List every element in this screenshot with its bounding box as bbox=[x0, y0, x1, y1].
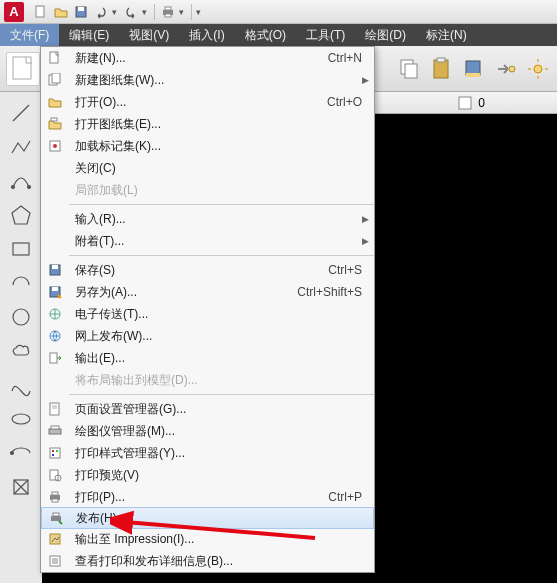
ribbon-paste-icon[interactable] bbox=[429, 56, 455, 82]
polyline-tool[interactable] bbox=[4, 130, 38, 163]
svg-rect-31 bbox=[52, 73, 60, 83]
qat-print-icon[interactable] bbox=[159, 3, 177, 21]
menu-item-label: 新建图纸集(W)... bbox=[69, 72, 362, 89]
file-menu-item-8[interactable]: 输入(R)...▶ bbox=[41, 208, 374, 230]
svg-point-21 bbox=[12, 185, 15, 188]
menu-item-label: 加载标记集(K)... bbox=[69, 138, 374, 155]
qat-open-icon[interactable] bbox=[52, 3, 70, 21]
spline-tool[interactable] bbox=[4, 368, 38, 401]
file-menu-item-12[interactable]: 另存为(A)...Ctrl+Shift+S bbox=[41, 281, 374, 303]
svg-rect-19 bbox=[459, 97, 471, 109]
file-menu-item-1[interactable]: 新建图纸集(W)...▶ bbox=[41, 69, 374, 91]
arc-tool[interactable] bbox=[4, 164, 38, 197]
file-menu-item-24[interactable]: 输出至 Impression(I)... bbox=[41, 528, 374, 550]
menu-5[interactable]: 工具(T) bbox=[296, 24, 355, 46]
menu-4[interactable]: 格式(O) bbox=[235, 24, 296, 46]
menu-item-label: 页面设置管理器(G)... bbox=[69, 401, 374, 418]
load-markup-icon bbox=[41, 139, 69, 153]
svg-marker-23 bbox=[12, 206, 30, 224]
menu-item-label: 打印样式管理器(Y)... bbox=[69, 445, 374, 462]
file-menu-item-19[interactable]: 绘图仪管理器(M)... bbox=[41, 420, 374, 442]
ellipse-tool[interactable] bbox=[4, 402, 38, 435]
svg-point-22 bbox=[28, 185, 31, 188]
qat-customize-dropdown[interactable]: ▾ bbox=[196, 7, 204, 17]
svg-rect-5 bbox=[165, 14, 171, 17]
qat-print-dropdown[interactable]: ▾ bbox=[179, 7, 187, 17]
file-menu-item-3[interactable]: 打开图纸集(E)... bbox=[41, 113, 374, 135]
menu-item-label: 保存(S) bbox=[69, 262, 328, 279]
menu-item-label: 打开(O)... bbox=[69, 94, 327, 111]
etransmit-icon bbox=[41, 307, 69, 321]
svg-line-20 bbox=[13, 105, 29, 121]
menu-2[interactable]: 视图(V) bbox=[119, 24, 179, 46]
file-menu-item-22[interactable]: 打印(P)...Ctrl+P bbox=[41, 486, 374, 508]
qat-undo-icon[interactable] bbox=[92, 3, 110, 21]
svg-point-25 bbox=[13, 309, 29, 325]
qat-redo-icon[interactable] bbox=[122, 3, 140, 21]
menu-0[interactable]: 文件(F) bbox=[0, 24, 59, 46]
menu-item-label: 输出至 Impression(I)... bbox=[69, 531, 374, 548]
svg-point-13 bbox=[509, 66, 515, 72]
ellipse-arc-tool[interactable] bbox=[4, 436, 38, 469]
svg-rect-50 bbox=[52, 454, 54, 456]
menu-item-label: 发布(H)... bbox=[70, 510, 373, 527]
file-menu-item-18[interactable]: 页面设置管理器(G)... bbox=[41, 398, 374, 420]
menu-7[interactable]: 标注(N) bbox=[416, 24, 477, 46]
menu-item-shortcut: Ctrl+Shift+S bbox=[297, 285, 374, 299]
svg-point-14 bbox=[534, 65, 542, 73]
circle-arc-tool[interactable] bbox=[4, 266, 38, 299]
revision-cloud-tool[interactable] bbox=[4, 334, 38, 367]
menu-item-label: 网上发布(W)... bbox=[69, 328, 374, 345]
web-publish-icon bbox=[41, 329, 69, 343]
menu-6[interactable]: 绘图(D) bbox=[355, 24, 416, 46]
qat-redo-dropdown[interactable]: ▾ bbox=[142, 7, 150, 17]
export-icon bbox=[41, 351, 69, 365]
qat-undo-dropdown[interactable]: ▾ bbox=[112, 7, 120, 17]
file-menu-item-4[interactable]: 加载标记集(K)... bbox=[41, 135, 374, 157]
qat-new-icon[interactable] bbox=[32, 3, 50, 21]
file-menu-item-16: 将布局输出到模型(D)... bbox=[41, 369, 374, 391]
file-menu-item-20[interactable]: 打印样式管理器(Y)... bbox=[41, 442, 374, 464]
ribbon-highlight-icon[interactable] bbox=[461, 56, 487, 82]
view-details-icon bbox=[41, 554, 69, 568]
svg-rect-54 bbox=[52, 492, 58, 495]
menu-item-label: 附着(T)... bbox=[69, 233, 362, 250]
svg-rect-32 bbox=[51, 118, 57, 121]
file-menu-item-13[interactable]: 电子传送(T)... bbox=[41, 303, 374, 325]
menu-1[interactable]: 编辑(E) bbox=[59, 24, 119, 46]
ribbon-new-button[interactable] bbox=[6, 52, 40, 86]
svg-rect-36 bbox=[52, 265, 58, 269]
file-menu-item-0[interactable]: 新建(N)...Ctrl+N bbox=[41, 47, 374, 69]
file-menu-item-21[interactable]: 打印预览(V) bbox=[41, 464, 374, 486]
qat-save-icon[interactable] bbox=[72, 3, 90, 21]
file-menu-item-14[interactable]: 网上发布(W)... bbox=[41, 325, 374, 347]
menubar: 文件(F)编辑(E)视图(V)插入(I)格式(O)工具(T)绘图(D)标注(N) bbox=[0, 24, 557, 46]
menu-item-label: 电子传送(T)... bbox=[69, 306, 374, 323]
file-menu-item-5[interactable]: 关闭(C) bbox=[41, 157, 374, 179]
block-tool[interactable] bbox=[4, 470, 38, 503]
menu-3[interactable]: 插入(I) bbox=[179, 24, 234, 46]
print-icon bbox=[41, 490, 69, 504]
file-menu-item-15[interactable]: 输出(E)... bbox=[41, 347, 374, 369]
svg-point-34 bbox=[53, 144, 57, 148]
rectangle-tool[interactable] bbox=[4, 232, 38, 265]
menu-item-label: 局部加载(L) bbox=[69, 182, 374, 199]
svg-rect-57 bbox=[53, 513, 59, 516]
ribbon-sun-icon[interactable] bbox=[525, 56, 551, 82]
open-icon bbox=[41, 95, 69, 109]
line-tool[interactable] bbox=[4, 96, 38, 129]
svg-rect-41 bbox=[50, 353, 57, 363]
polygon-tool[interactable] bbox=[4, 198, 38, 231]
app-icon[interactable]: A bbox=[4, 2, 24, 22]
file-menu-item-11[interactable]: 保存(S)Ctrl+S bbox=[41, 259, 374, 281]
ribbon-share-icon[interactable] bbox=[493, 56, 519, 82]
layer-icon bbox=[458, 96, 472, 110]
file-menu-item-2[interactable]: 打开(O)...Ctrl+O bbox=[41, 91, 374, 113]
menu-item-label: 关闭(C) bbox=[69, 160, 374, 177]
file-menu-item-9[interactable]: 附着(T)...▶ bbox=[41, 230, 374, 252]
file-menu-item-25[interactable]: 查看打印和发布详细信息(B)... bbox=[41, 550, 374, 572]
file-menu-item-23[interactable]: 发布(H)... bbox=[41, 507, 374, 529]
circle-tool[interactable] bbox=[4, 300, 38, 333]
open-sheet-icon bbox=[41, 117, 69, 131]
ribbon-copy-icon[interactable] bbox=[397, 56, 423, 82]
